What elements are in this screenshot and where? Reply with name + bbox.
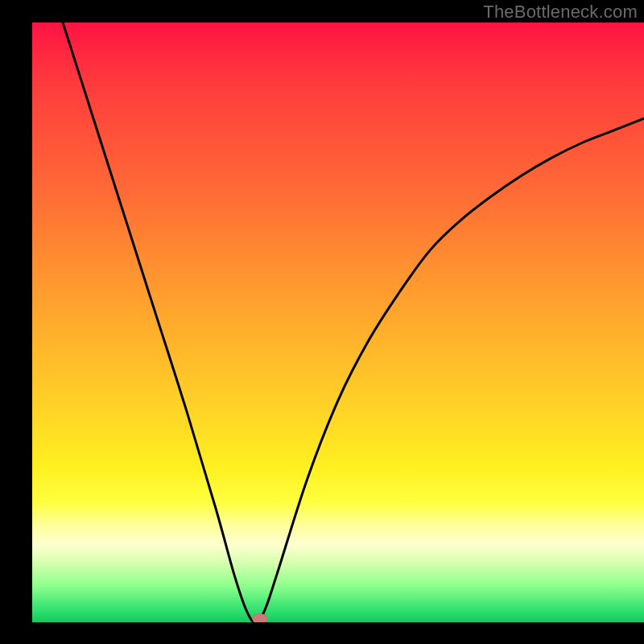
watermark-text: TheBottleneck.com [483,2,638,23]
chart-frame: TheBottleneck.com [0,0,644,644]
optimum-marker [252,613,267,622]
bottleneck-curve [32,23,644,622]
plot-area [32,23,644,622]
